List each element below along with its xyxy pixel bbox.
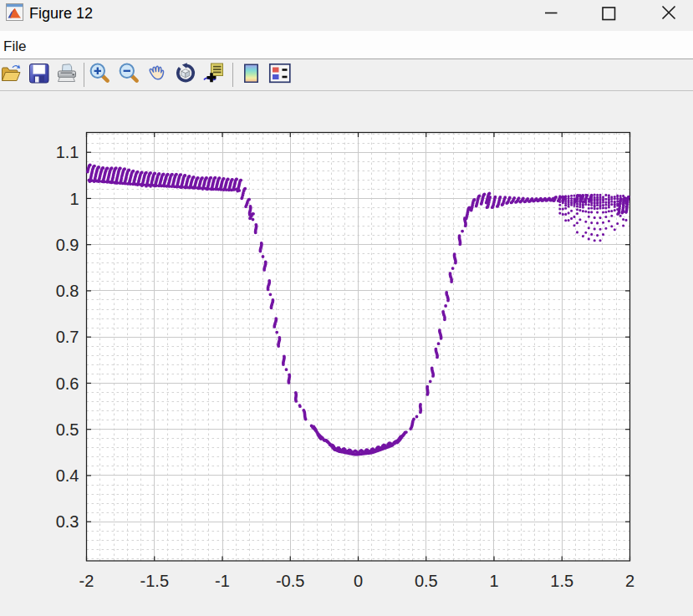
svg-text:Figure 12: Figure 12: [29, 5, 93, 22]
svg-text:1: 1: [69, 190, 79, 208]
svg-text:-1.5: -1.5: [140, 572, 169, 590]
svg-text:2: 2: [625, 572, 634, 590]
svg-text:1.1: 1.1: [56, 143, 79, 161]
svg-text:1: 1: [489, 572, 498, 590]
svg-text:-2: -2: [79, 572, 94, 590]
svg-text:0.8: 0.8: [56, 282, 79, 300]
svg-text:0: 0: [354, 572, 363, 590]
svg-text:-0.5: -0.5: [276, 572, 304, 590]
svg-text:0.9: 0.9: [56, 236, 79, 254]
svg-text:0.3: 0.3: [56, 512, 79, 531]
svg-text:-1: -1: [215, 572, 230, 590]
svg-text:0.7: 0.7: [56, 328, 79, 346]
svg-text:0.5: 0.5: [415, 572, 438, 590]
svg-text:File: File: [3, 38, 26, 54]
svg-text:0.6: 0.6: [56, 374, 79, 393]
svg-text:1.5: 1.5: [550, 572, 573, 590]
svg-text:0.4: 0.4: [56, 466, 79, 485]
svg-text:0.5: 0.5: [56, 420, 79, 439]
